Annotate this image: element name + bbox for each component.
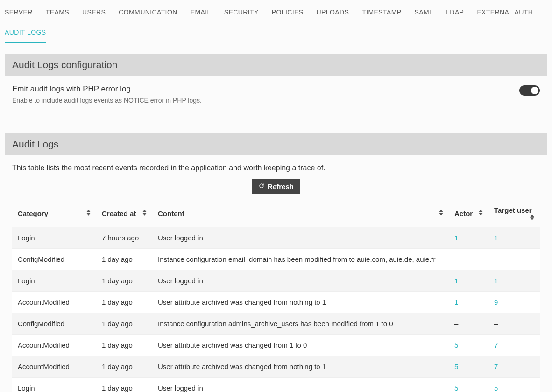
- section-header-config: Audit Logs configuration: [5, 54, 547, 76]
- tab-bar: SERVERTEAMSUSERSCOMMUNICATIONEMAILSECURI…: [5, 0, 547, 43]
- cell-actor: 5: [449, 335, 488, 356]
- toggle-knob: [531, 87, 538, 94]
- cell-created_at: 1 day ago: [96, 335, 152, 356]
- tab-uploads[interactable]: UPLOADS: [317, 4, 349, 23]
- table-row: Login1 day agoUser logged in55: [12, 378, 540, 392]
- cell-actor: 1: [449, 292, 488, 313]
- cell-category: Login: [12, 270, 96, 292]
- target-link[interactable]: 1: [494, 277, 498, 285]
- cell-target: –: [488, 313, 540, 335]
- cell-created_at: 1 day ago: [96, 356, 152, 378]
- sort-icon: [142, 210, 147, 216]
- cell-created_at: 1 day ago: [96, 270, 152, 292]
- tab-email[interactable]: EMAIL: [191, 4, 211, 23]
- config-option-desc: Enable to include audit logs events as N…: [12, 97, 202, 104]
- cell-target: 7: [488, 356, 540, 378]
- section-header-logs: Audit Logs: [5, 133, 547, 155]
- tab-users[interactable]: USERS: [82, 4, 106, 23]
- refresh-icon: [258, 182, 265, 190]
- refresh-button[interactable]: Refresh: [252, 179, 300, 194]
- cell-category: AccountModified: [12, 335, 96, 356]
- cell-target: 5: [488, 378, 540, 392]
- tab-security[interactable]: SECURITY: [224, 4, 259, 23]
- table-row: ConfigModified1 day agoInstance configur…: [12, 249, 540, 270]
- cell-category: Login: [12, 227, 96, 249]
- cell-target: 7: [488, 335, 540, 356]
- actor-link[interactable]: 1: [454, 234, 458, 242]
- table-row: AccountModified1 day agoUser attribute a…: [12, 335, 540, 356]
- target-link[interactable]: 7: [494, 341, 498, 349]
- tab-ldap[interactable]: LDAP: [446, 4, 464, 23]
- target-link[interactable]: 1: [494, 234, 498, 242]
- cell-category: ConfigModified: [12, 313, 96, 335]
- col-header-created-at[interactable]: Created at: [96, 200, 152, 227]
- sort-icon: [86, 210, 91, 216]
- tab-timestamp[interactable]: TIMESTAMP: [362, 4, 401, 23]
- actor-link[interactable]: 1: [454, 298, 458, 306]
- sort-icon: [479, 210, 483, 216]
- col-header-category[interactable]: Category: [12, 200, 96, 227]
- col-header-actor[interactable]: Actor: [449, 200, 488, 227]
- tab-teams[interactable]: TEAMS: [46, 4, 69, 23]
- cell-actor: 5: [449, 378, 488, 392]
- actor-link[interactable]: 5: [454, 384, 458, 392]
- cell-content: Instance configuration email_domain has …: [152, 249, 449, 270]
- cell-category: AccountModified: [12, 292, 96, 313]
- cell-content: User logged in: [152, 270, 449, 292]
- actor-link[interactable]: 1: [454, 277, 458, 285]
- cell-content: User logged in: [152, 378, 449, 392]
- cell-category: AccountModified: [12, 356, 96, 378]
- table-row: AccountModified1 day agoUser attribute a…: [12, 292, 540, 313]
- cell-content: User logged in: [152, 227, 449, 249]
- sort-icon: [439, 210, 443, 216]
- cell-created_at: 1 day ago: [96, 378, 152, 392]
- target-link[interactable]: 7: [494, 363, 498, 371]
- col-header-content[interactable]: Content: [152, 200, 449, 227]
- cell-created_at: 1 day ago: [96, 249, 152, 270]
- table-row: Login1 day agoUser logged in11: [12, 270, 540, 292]
- tab-audit-logs[interactable]: AUDIT LOGS: [5, 24, 46, 43]
- actor-link[interactable]: 5: [454, 363, 458, 371]
- cell-content: User attribute archived was changed from…: [152, 335, 449, 356]
- cell-created_at: 1 day ago: [96, 313, 152, 335]
- cell-target: 1: [488, 227, 540, 249]
- cell-content: User attribute archived was changed from…: [152, 292, 449, 313]
- actor-link[interactable]: 5: [454, 341, 458, 349]
- cell-actor: –: [449, 313, 488, 335]
- cell-target: 9: [488, 292, 540, 313]
- cell-content: User attribute archived was changed from…: [152, 356, 449, 378]
- php-error-log-toggle[interactable]: [519, 85, 540, 96]
- table-row: ConfigModified1 day agoInstance configur…: [12, 313, 540, 335]
- sort-icon: [530, 214, 534, 220]
- table-row: Login7 hours agoUser logged in11: [12, 227, 540, 249]
- tab-external-auth[interactable]: EXTERNAL AUTH: [477, 4, 533, 23]
- cell-category: ConfigModified: [12, 249, 96, 270]
- cell-content: Instance configuration admins_archive_us…: [152, 313, 449, 335]
- cell-category: Login: [12, 378, 96, 392]
- tab-policies[interactable]: POLICIES: [272, 4, 304, 23]
- cell-actor: 1: [449, 227, 488, 249]
- col-header-target-user[interactable]: Target user: [488, 200, 540, 227]
- table-row: AccountModified1 day agoUser attribute a…: [12, 356, 540, 378]
- cell-created_at: 1 day ago: [96, 292, 152, 313]
- cell-actor: –: [449, 249, 488, 270]
- cell-target: –: [488, 249, 540, 270]
- target-link[interactable]: 5: [494, 384, 498, 392]
- tab-communication[interactable]: COMMUNICATION: [119, 4, 177, 23]
- cell-target: 1: [488, 270, 540, 292]
- tab-server[interactable]: SERVER: [5, 4, 33, 23]
- tab-saml[interactable]: SAML: [414, 4, 433, 23]
- audit-logs-table: Category Created at Content: [12, 200, 540, 392]
- refresh-button-label: Refresh: [268, 182, 294, 190]
- config-option-title: Emit audit logs with PHP error log: [12, 84, 202, 94]
- target-link[interactable]: 9: [494, 298, 498, 306]
- logs-intro: This table lists the most recent events …: [12, 164, 540, 172]
- cell-actor: 5: [449, 356, 488, 378]
- cell-actor: 1: [449, 270, 488, 292]
- cell-created_at: 7 hours ago: [96, 227, 152, 249]
